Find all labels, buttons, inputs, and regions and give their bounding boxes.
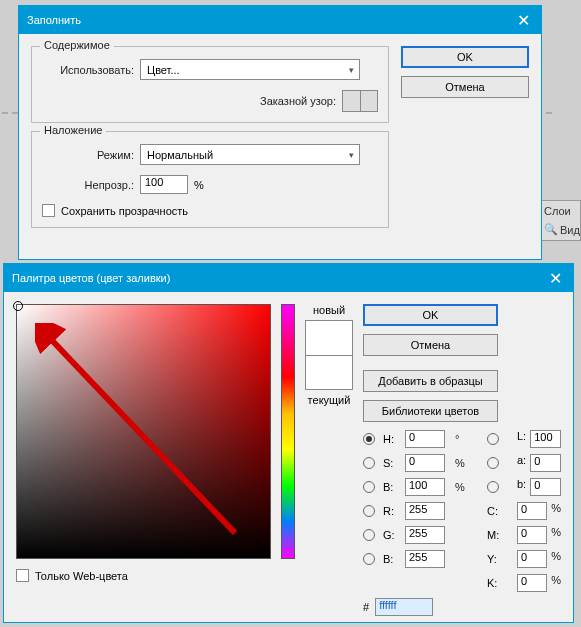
webonly-label: Только Web-цвета — [35, 570, 128, 582]
current-label: текущий — [308, 394, 351, 406]
a-radio[interactable] — [487, 457, 499, 469]
preserve-label: Сохранить прозрачность — [61, 205, 188, 217]
search-icon: 🔍 — [544, 223, 558, 236]
color-swatches — [305, 320, 353, 390]
hex-prefix: # — [363, 601, 369, 613]
bv-radio[interactable] — [363, 481, 375, 493]
add-swatches-button[interactable]: Добавить в образцы — [363, 370, 498, 392]
l-radio[interactable] — [487, 433, 499, 445]
blend-legend: Наложение — [40, 124, 106, 136]
picker-titlebar[interactable]: Палитра цветов (цвет заливки) ✕ — [4, 264, 573, 292]
kind-row[interactable]: 🔍 Вид — [544, 223, 576, 236]
color-libraries-button[interactable]: Библиотеки цветов — [363, 400, 498, 422]
opacity-input[interactable]: 100 — [140, 175, 188, 194]
blend-fieldset: Наложение Режим: Нормальный Непрозр.: 10… — [31, 131, 389, 228]
layers-label: Слои — [544, 205, 576, 217]
contents-legend: Содержимое — [40, 39, 114, 51]
g-radio[interactable] — [363, 529, 375, 541]
new-color-swatch — [306, 321, 352, 355]
opacity-label: Непрозр.: — [42, 179, 134, 191]
ok-button[interactable]: OK — [401, 46, 529, 68]
g-input[interactable]: 255 — [405, 526, 445, 544]
contents-fieldset: Содержимое Использовать: Цвет... Заказно… — [31, 46, 389, 123]
y-input[interactable]: 0 — [517, 550, 547, 568]
svg-line-0 — [45, 333, 235, 533]
hex-input[interactable]: ffffff — [375, 598, 433, 616]
hue-slider[interactable] — [281, 304, 295, 559]
cancel-button[interactable]: Отмена — [401, 76, 529, 98]
m-input[interactable]: 0 — [517, 526, 547, 544]
r-input[interactable]: 255 — [405, 502, 445, 520]
current-color-swatch[interactable] — [306, 355, 352, 389]
mode-select[interactable]: Нормальный — [140, 144, 360, 165]
br-radio[interactable] — [363, 553, 375, 565]
use-value: Цвет... — [147, 64, 180, 76]
bl-input[interactable]: 0 — [530, 478, 561, 496]
new-label: новый — [313, 304, 345, 316]
fill-titlebar[interactable]: Заполнить ✕ — [19, 6, 541, 34]
sv-field[interactable] — [16, 304, 271, 559]
close-icon[interactable]: ✕ — [505, 6, 541, 34]
l-input[interactable]: 100 — [530, 430, 561, 448]
opacity-unit: % — [194, 179, 204, 191]
bv-input[interactable]: 100 — [405, 478, 445, 496]
webonly-checkbox[interactable] — [16, 569, 29, 582]
layers-panel: Слои 🔍 Вид — [539, 200, 581, 241]
r-radio[interactable] — [363, 505, 375, 517]
use-label: Использовать: — [42, 64, 134, 76]
picker-title: Палитра цветов (цвет заливки) — [12, 272, 170, 284]
s-input[interactable]: 0 — [405, 454, 445, 472]
ok-button[interactable]: OK — [363, 304, 498, 326]
use-select[interactable]: Цвет... — [140, 59, 360, 80]
mode-value: Нормальный — [147, 149, 213, 161]
fill-dialog: Заполнить ✕ Содержимое Использовать: Цве… — [18, 5, 542, 260]
cancel-button[interactable]: Отмена — [363, 334, 498, 356]
pattern-label: Заказной узор: — [260, 95, 336, 107]
b-input[interactable]: 255 — [405, 550, 445, 568]
mode-label: Режим: — [42, 149, 134, 161]
close-icon[interactable]: ✕ — [537, 264, 573, 292]
s-radio[interactable] — [363, 457, 375, 469]
custom-pattern-swatch[interactable] — [342, 90, 378, 112]
preserve-checkbox[interactable] — [42, 204, 55, 217]
sv-cursor — [13, 301, 23, 311]
h-input[interactable]: 0 — [405, 430, 445, 448]
color-picker-dialog: Палитра цветов (цвет заливки) ✕ Только W… — [3, 263, 574, 623]
annotation-arrow — [35, 323, 265, 553]
c-input[interactable]: 0 — [517, 502, 547, 520]
k-input[interactable]: 0 — [517, 574, 547, 592]
fill-title: Заполнить — [27, 14, 81, 26]
h-radio[interactable] — [363, 433, 375, 445]
bl-radio[interactable] — [487, 481, 499, 493]
kind-label: Вид — [560, 224, 580, 236]
a-input[interactable]: 0 — [530, 454, 561, 472]
